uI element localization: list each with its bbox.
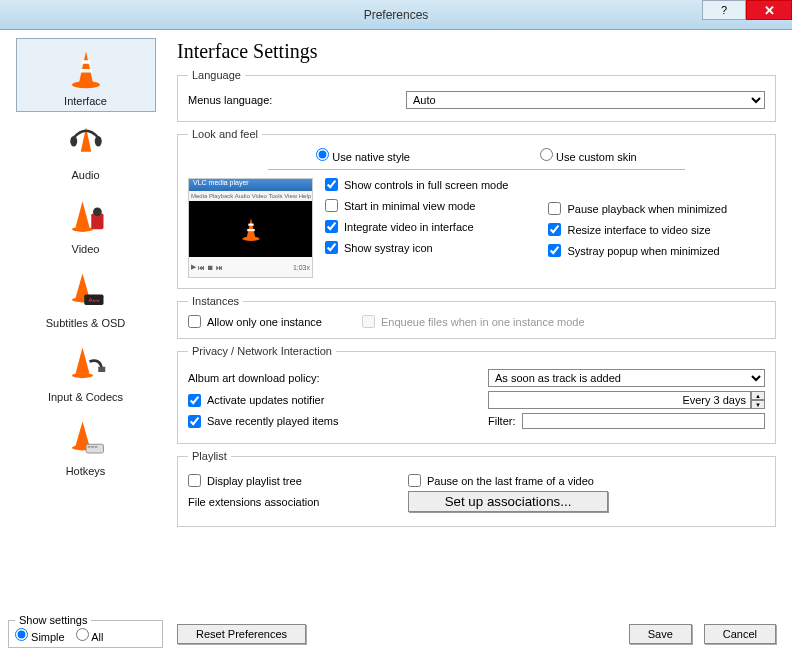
svg-point-4 xyxy=(94,136,101,147)
use-native-style-radio[interactable]: Use native style xyxy=(316,148,410,163)
updates-interval-spinner[interactable]: ▲▼ xyxy=(488,391,765,409)
look-legend: Look and feel xyxy=(188,128,262,140)
film-icon xyxy=(62,193,110,241)
check-show-systray-icon[interactable]: Show systray icon xyxy=(325,241,508,254)
instances-group: Instances Allow only one instance Enqueu… xyxy=(177,295,776,339)
menus-language-select[interactable]: Auto xyxy=(406,91,765,109)
svg-point-11 xyxy=(72,373,93,378)
instances-legend: Instances xyxy=(188,295,243,307)
sidebar-item-label: Hotkeys xyxy=(66,465,106,477)
sidebar: Interface Audio Video A»» Subtitles & OS… xyxy=(8,38,163,648)
sidebar-item-interface[interactable]: Interface xyxy=(16,38,156,112)
help-button[interactable]: ? xyxy=(702,0,746,20)
save-button[interactable]: Save xyxy=(629,624,692,644)
svg-rect-1 xyxy=(79,69,91,73)
check-pause-when-minimized[interactable]: Pause playback when minimized xyxy=(548,202,727,215)
spinner-down-icon[interactable]: ▼ xyxy=(751,400,765,409)
language-legend: Language xyxy=(188,69,245,81)
sidebar-item-label: Interface xyxy=(64,95,107,107)
album-art-select[interactable]: As soon as track is added xyxy=(488,369,765,387)
filter-input[interactable] xyxy=(522,413,766,429)
svg-rect-0 xyxy=(81,60,90,64)
reset-preferences-button[interactable]: Reset Preferences xyxy=(177,624,306,644)
sidebar-item-label: Audio xyxy=(71,169,99,181)
svg-text:A»»: A»» xyxy=(88,296,99,303)
look-and-feel-group: Look and feel Use native style Use custo… xyxy=(177,128,776,289)
show-settings-group: Show settings Simple All xyxy=(8,614,163,648)
privacy-group: Privacy / Network Interaction Album art … xyxy=(177,345,776,444)
interface-preview: VLC media player Media Playback Audio Vi… xyxy=(188,178,313,278)
check-save-recent[interactable]: Save recently played items xyxy=(188,415,488,428)
headphones-icon xyxy=(62,119,110,167)
svg-rect-17 xyxy=(94,446,97,448)
window-title: Preferences xyxy=(364,8,429,22)
titlebar: Preferences ? ✕ xyxy=(0,0,792,30)
setup-associations-button[interactable]: Set up associations... xyxy=(408,491,608,512)
sidebar-item-video[interactable]: Video xyxy=(16,186,156,260)
check-allow-one-instance[interactable]: Allow only one instance xyxy=(188,315,322,328)
sidebar-item-subtitles[interactable]: A»» Subtitles & OSD xyxy=(16,260,156,334)
check-display-playlist-tree[interactable]: Display playlist tree xyxy=(188,474,408,487)
privacy-legend: Privacy / Network Interaction xyxy=(188,345,336,357)
sidebar-item-label: Input & Codecs xyxy=(48,391,123,403)
sidebar-item-input-codecs[interactable]: Input & Codecs xyxy=(16,334,156,408)
spinner-up-icon[interactable]: ▲ xyxy=(751,391,765,400)
svg-rect-18 xyxy=(248,224,253,226)
sidebar-item-label: Subtitles & OSD xyxy=(46,317,125,329)
svg-point-5 xyxy=(72,227,93,232)
check-start-minimal-view[interactable]: Start in minimal view mode xyxy=(325,199,508,212)
sidebar-item-label: Video xyxy=(72,243,100,255)
svg-rect-12 xyxy=(98,367,105,372)
svg-point-3 xyxy=(70,136,77,147)
codecs-icon xyxy=(62,341,110,389)
svg-point-2 xyxy=(72,81,100,88)
sidebar-item-audio[interactable]: Audio xyxy=(16,112,156,186)
svg-point-20 xyxy=(242,237,259,241)
check-systray-popup[interactable]: Systray popup when minimized xyxy=(548,244,727,257)
check-integrate-video[interactable]: Integrate video in interface xyxy=(325,220,508,233)
playlist-group: Playlist Display playlist tree Pause on … xyxy=(177,450,776,527)
cone-icon xyxy=(62,45,110,93)
close-button[interactable]: ✕ xyxy=(746,0,792,20)
file-associations-label: File extensions association xyxy=(188,496,408,508)
page-title: Interface Settings xyxy=(177,40,776,63)
show-settings-legend: Show settings xyxy=(15,614,91,626)
sidebar-item-hotkeys[interactable]: Hotkeys xyxy=(16,408,156,482)
check-resize-to-video[interactable]: Resize interface to video size xyxy=(548,223,727,236)
hotkeys-icon xyxy=(62,415,110,463)
show-settings-all[interactable]: All xyxy=(76,631,104,643)
subtitles-icon: A»» xyxy=(62,267,110,315)
svg-rect-19 xyxy=(247,229,255,231)
playlist-legend: Playlist xyxy=(188,450,231,462)
menus-language-label: Menus language: xyxy=(188,94,398,106)
use-custom-skin-radio[interactable]: Use custom skin xyxy=(540,148,637,163)
language-group: Language Menus language: Auto xyxy=(177,69,776,122)
filter-label: Filter: xyxy=(488,415,516,427)
cancel-button[interactable]: Cancel xyxy=(704,624,776,644)
show-settings-simple[interactable]: Simple xyxy=(15,631,65,643)
svg-point-7 xyxy=(93,207,102,216)
album-art-label: Album art download policy: xyxy=(188,372,488,384)
svg-rect-14 xyxy=(86,444,104,453)
check-show-controls-fullscreen[interactable]: Show controls in full screen mode xyxy=(325,178,508,191)
svg-rect-16 xyxy=(91,446,94,448)
check-enqueue-files: Enqueue files when in one instance mode xyxy=(362,315,585,328)
svg-rect-15 xyxy=(87,446,90,448)
check-updates-notifier[interactable]: Activate updates notifier xyxy=(188,394,488,407)
check-pause-last-frame[interactable]: Pause on the last frame of a video xyxy=(408,474,594,487)
